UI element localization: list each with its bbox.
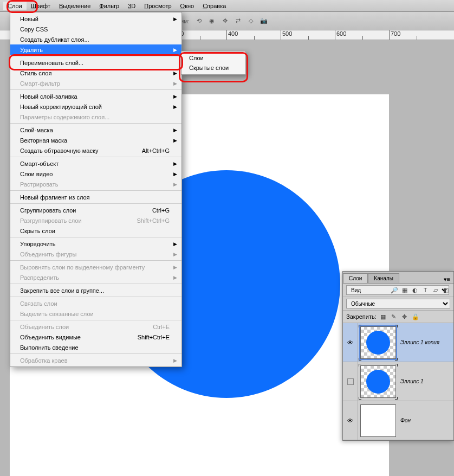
layer-name[interactable]: Фон <box>398 417 453 423</box>
menu-item-скрыть-слои[interactable]: Скрыть слои <box>10 226 181 236</box>
menu-item-выполнить-сведение[interactable]: Выполнить сведение <box>10 342 181 352</box>
menu-view[interactable]: Просмотр <box>140 2 176 10</box>
menu-select[interactable]: Выделение <box>55 2 95 10</box>
menu-item-объединить-видимые[interactable]: Объединить видимыеShift+Ctrl+E <box>10 332 181 342</box>
menu-item-выделить-связанные-слои: Выделить связанные слои <box>10 308 181 319</box>
filter-adjust-icon[interactable]: ◐ <box>411 286 419 294</box>
menu-layers[interactable]: Слои <box>3 2 27 10</box>
menu-item-векторная-маска[interactable]: Векторная маска▶ <box>10 135 181 145</box>
menu-item-выровнять-слои-по-выделенному-фрагменту: Выровнять слои по выделенному фрагменту▶ <box>10 262 181 272</box>
layer-thumbnail[interactable] <box>360 326 396 359</box>
menu-item-новый-слой-заливка[interactable]: Новый слой-заливка▶ <box>10 91 181 101</box>
channels-tab[interactable]: Каналы <box>368 273 399 283</box>
layer-row[interactable]: Эллипс 1 <box>343 362 453 401</box>
menu-item-новый-фрагмент-из-слоя[interactable]: Новый фрагмент из слоя <box>10 192 181 202</box>
lock-position-icon[interactable]: ✥ <box>400 312 409 321</box>
filter-search-icon[interactable]: 🔎 <box>391 287 398 294</box>
menu-item-переименовать-слой-[interactable]: Переименовать слой... <box>10 57 181 68</box>
filter-smart-icon[interactable]: ◧ <box>442 286 450 294</box>
menu-item-смарт-объект[interactable]: Смарт-объект▶ <box>10 158 181 169</box>
layer-row[interactable]: 👁Фон <box>343 401 453 440</box>
menu-item-объединить-слои: Объединить слоиCtrl+E <box>10 321 181 332</box>
menu-item-удалить[interactable]: Удалить▶ <box>10 44 181 55</box>
menu-item-новый[interactable]: Новый▶ <box>10 14 181 24</box>
menu-item-разгруппировать-слои: Разгруппировать слоиShift+Ctrl+G <box>10 215 181 226</box>
filter-pixel-icon[interactable]: ▦ <box>400 286 409 294</box>
delete-submenu: Слои Скрытые слои <box>181 51 246 75</box>
lock-transparency-icon[interactable]: ▦ <box>379 312 387 321</box>
menu-help[interactable]: Справка <box>198 2 230 10</box>
menu-item-новый-корректирующий-слой[interactable]: Новый корректирующий слой▶ <box>10 101 181 112</box>
menu-item-сгруппировать-слои[interactable]: Сгруппировать слоиCtrl+G <box>10 205 181 215</box>
layer-list: 👁Эллипс 1 копияЭллипс 1👁Фон <box>343 323 453 440</box>
menu-item-обработка-краев: Обработка краев▶ <box>10 355 181 365</box>
layer-thumbnail[interactable] <box>360 404 396 437</box>
filter-type-icon[interactable]: T <box>421 286 430 294</box>
submenu-layers[interactable]: Слои <box>181 53 245 63</box>
menu-font[interactable]: Шрифт <box>27 2 55 10</box>
layers-panel: Слои Каналы ▾≡ Вид 🔎 ▦ ◐ T ▱ ◧ Обычные З… <box>342 271 454 441</box>
menu-window[interactable]: Окно <box>176 2 199 10</box>
panel-menu-icon[interactable]: ▾≡ <box>440 276 453 283</box>
layers-tab[interactable]: Слои <box>343 273 368 283</box>
menubar: Слои Шрифт Выделение Фильтр 3D Просмотр … <box>0 0 454 12</box>
lock-all-icon[interactable]: 🔒 <box>411 312 420 321</box>
menu-item-слои-видео[interactable]: Слои видео▶ <box>10 169 181 179</box>
lock-pixels-icon[interactable]: ✎ <box>390 312 398 321</box>
submenu-hidden-layers[interactable]: Скрытые слои <box>181 63 245 73</box>
visibility-toggle[interactable]: 👁 <box>343 401 358 440</box>
slide-icon[interactable]: ⇄ <box>232 15 244 27</box>
menu-item-стиль-слоя[interactable]: Стиль слоя▶ <box>10 68 181 78</box>
menu-item-упорядочить[interactable]: Упорядочить▶ <box>10 239 181 249</box>
blend-mode-select[interactable]: Обычные <box>346 299 450 308</box>
layer-name[interactable]: Эллипс 1 копия <box>398 339 453 345</box>
filter-shape-icon[interactable]: ▱ <box>431 286 440 294</box>
lock-label: Закрепить: <box>346 313 377 320</box>
layers-menu-dropdown: Новый▶Copy CSSСоздать дубликат слоя...Уд… <box>10 12 182 367</box>
scale-icon[interactable]: ◇ <box>245 15 257 27</box>
menu-item-закрепить-все-слои-в-группе-[interactable]: Закрепить все слои в группе... <box>10 285 181 295</box>
menu-item-слой-маска[interactable]: Слой-маска▶ <box>10 125 181 135</box>
roll-icon[interactable]: ◉ <box>206 15 218 27</box>
pan-icon[interactable]: ✥ <box>219 15 231 27</box>
menu-3d[interactable]: 3D <box>124 2 140 10</box>
menu-item-создать-дубликат-слоя-[interactable]: Создать дубликат слоя... <box>10 34 181 44</box>
camera-icon[interactable]: 📷 <box>258 15 270 27</box>
menu-filter[interactable]: Фильтр <box>95 2 124 10</box>
menu-item-объединить-фигуры: Объединить фигуры▶ <box>10 249 181 259</box>
layer-name[interactable]: Эллипс 1 <box>398 378 453 384</box>
menu-item-параметры-содержимого-слоя-: Параметры содержимого слоя... <box>10 112 181 122</box>
layer-thumbnail[interactable] <box>360 365 396 398</box>
visibility-toggle[interactable]: 👁 <box>343 323 358 362</box>
layer-row[interactable]: 👁Эллипс 1 копия <box>343 323 453 362</box>
menu-item-распределить: Распределить▶ <box>10 272 181 282</box>
menu-item-связать-слои: Связать слои <box>10 298 181 308</box>
menu-item-смарт-фильтр: Смарт-фильтр▶ <box>10 78 181 88</box>
menu-item-copy-css[interactable]: Copy CSS <box>10 24 181 34</box>
menu-item-растрировать: Растрировать▶ <box>10 179 181 189</box>
menu-item-создать-обтравочную-маску[interactable]: Создать обтравочную маскуAlt+Ctrl+G <box>10 145 181 156</box>
orbit-icon[interactable]: ⟲ <box>193 15 205 27</box>
visibility-toggle[interactable] <box>343 362 358 401</box>
